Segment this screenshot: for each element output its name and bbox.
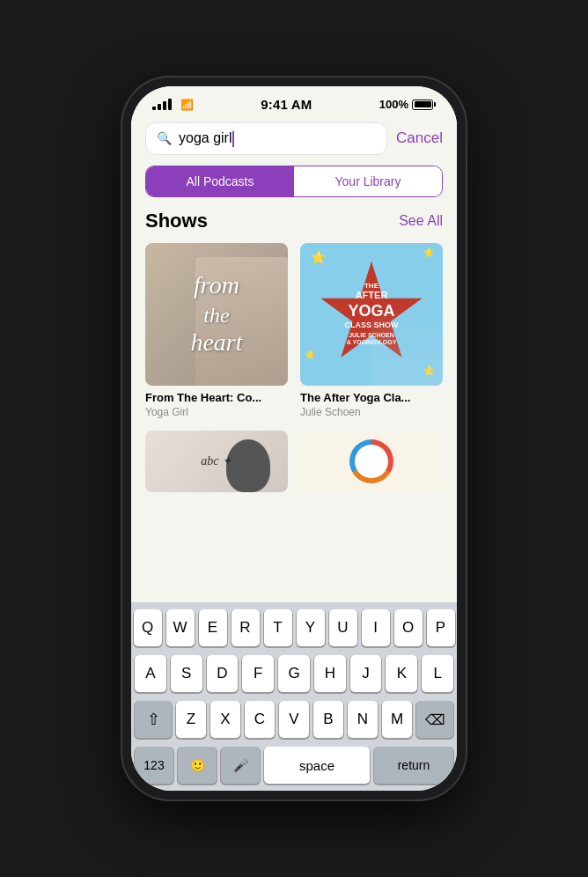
star-decoration: ⭐ [311, 250, 326, 264]
key-p[interactable]: P [427, 609, 455, 646]
show-card-1[interactable]: fromtheheart From The Heart: Co... Yoga … [145, 243, 288, 418]
after-yoga-artwork: ⭐ ⭐ ⭐ ⭐ THE AFTER YOGA [300, 243, 443, 386]
signal-bar-3 [163, 101, 166, 110]
key-u[interactable]: U [329, 609, 357, 646]
main-content: 🔍 yoga girl Cancel All Podcasts Your Lib… [131, 115, 457, 602]
signal-bar-4 [168, 99, 172, 110]
mic-key[interactable]: 🎤 [221, 747, 260, 784]
show-artwork-1: fromtheheart [145, 243, 288, 386]
keyboard-row-3: ⇧ Z X C V B N M ⌫ [135, 701, 453, 738]
shows-section: Shows See All fromtheheart [131, 210, 457, 492]
key-z[interactable]: Z [176, 701, 206, 738]
show-author-2: Julie Schoen [300, 406, 443, 418]
key-a[interactable]: A [135, 655, 166, 692]
search-box[interactable]: 🔍 yoga girl [145, 122, 387, 155]
show-author-1: Yoga Girl [145, 406, 288, 418]
tab-bar: All Podcasts Your Library [145, 166, 443, 197]
key-n[interactable]: N [348, 701, 378, 738]
from-the-heart-artwork: fromtheheart [145, 243, 288, 386]
tab-all-podcasts[interactable]: All Podcasts [146, 166, 294, 196]
key-e[interactable]: E [199, 609, 227, 646]
key-m[interactable]: M [382, 701, 412, 738]
wifi-icon: 📶 [180, 99, 194, 111]
signal-bar-2 [158, 104, 161, 110]
phone-screen: 📶 9:41 AM 100% 🔍 yoga girl [131, 86, 457, 791]
backspace-key[interactable]: ⌫ [416, 701, 453, 738]
keyboard-row-2: A S D F G H J K L [135, 655, 453, 692]
keyboard[interactable]: Q W E R T Y U I O P A S D F G H J K [131, 602, 457, 791]
key-i[interactable]: I [362, 609, 390, 646]
phone-frame: 📶 9:41 AM 100% 🔍 yoga girl [122, 77, 466, 800]
show-artwork-2: ⭐ ⭐ ⭐ ⭐ THE AFTER YOGA [300, 243, 443, 386]
show-name-1: From The Heart: Co... [145, 391, 288, 404]
battery-area: 100% [379, 98, 436, 111]
key-x[interactable]: X [210, 701, 240, 738]
key-h[interactable]: H [314, 655, 346, 692]
search-area: 🔍 yoga girl Cancel [131, 115, 457, 166]
emoji-key[interactable]: 🙂 [178, 747, 217, 784]
key-q[interactable]: Q [134, 609, 162, 646]
search-icon: 🔍 [157, 131, 172, 145]
space-key[interactable]: space [264, 747, 370, 784]
partial-artwork-2 [300, 431, 443, 492]
show-card-2[interactable]: ⭐ ⭐ ⭐ ⭐ THE AFTER YOGA [300, 243, 443, 418]
star-decoration: ⭐ [423, 247, 434, 257]
battery-icon [412, 99, 436, 110]
cancel-button[interactable]: Cancel [396, 129, 443, 147]
key-t[interactable]: T [264, 609, 292, 646]
signal-area: 📶 [152, 99, 194, 111]
circle-logo [349, 439, 393, 483]
status-time: 9:41 AM [261, 97, 312, 112]
key-r[interactable]: R [232, 609, 260, 646]
key-f[interactable]: F [242, 655, 274, 692]
star-decoration: ⭐ [305, 350, 315, 359]
key-o[interactable]: O [394, 609, 423, 646]
key-c[interactable]: C [245, 701, 275, 738]
shows-header: Shows See All [145, 210, 443, 232]
battery-percent: 100% [379, 98, 408, 111]
show-name-2: The After Yoga Cla... [300, 391, 443, 404]
key-j[interactable]: J [350, 655, 382, 692]
key-s[interactable]: S [171, 655, 202, 692]
tab-your-library[interactable]: Your Library [294, 166, 442, 196]
partial-card-2[interactable] [300, 431, 443, 492]
see-all-button[interactable]: See All [399, 213, 443, 229]
partial-artwork-1: abc ✦ [145, 431, 288, 492]
keyboard-row-4: 123 🙂 🎤 space return [135, 747, 453, 784]
key-w[interactable]: W [166, 609, 195, 646]
keyboard-row-1: Q W E R T Y U I O P [135, 609, 453, 646]
key-y[interactable]: Y [297, 609, 325, 646]
numbers-key[interactable]: 123 [135, 747, 173, 784]
key-b[interactable]: B [313, 701, 343, 738]
search-input[interactable]: yoga girl [179, 130, 376, 147]
return-key[interactable]: return [374, 747, 453, 784]
shows-title: Shows [145, 210, 208, 232]
key-g[interactable]: G [278, 655, 310, 692]
key-v[interactable]: V [279, 701, 309, 738]
key-l[interactable]: L [422, 655, 453, 692]
shift-key[interactable]: ⇧ [135, 701, 172, 738]
status-bar: 📶 9:41 AM 100% [131, 86, 457, 115]
shows-grid: fromtheheart From The Heart: Co... Yoga … [145, 243, 443, 418]
signal-bar-1 [152, 107, 156, 110]
key-d[interactable]: D [207, 655, 239, 692]
shows-partial-row: abc ✦ [145, 431, 443, 492]
key-k[interactable]: K [386, 655, 417, 692]
partial-card-1[interactable]: abc ✦ [145, 431, 288, 492]
person-silhouette [226, 439, 270, 492]
